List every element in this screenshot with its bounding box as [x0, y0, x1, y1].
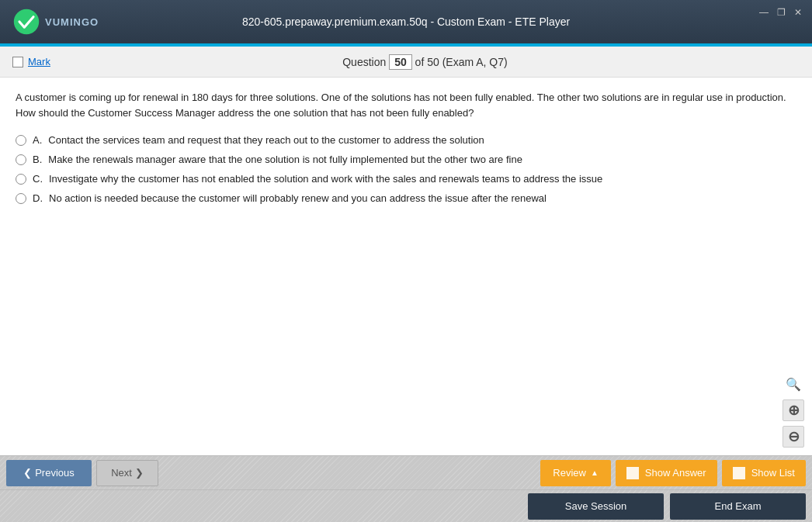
logo-text: VUMINGO — [45, 16, 99, 28]
show-answer-label: Show Answer — [645, 467, 706, 479]
main-content: A customer is coming up for renewal in 1… — [0, 78, 812, 455]
close-button[interactable]: ✕ — [792, 8, 804, 17]
option-d[interactable]: D. No action is needed because the custo… — [16, 192, 796, 204]
previous-label: Previous — [35, 467, 75, 479]
right-icons: 🔍 ⊕ ⊖ — [783, 373, 804, 448]
zoom-in-btn[interactable]: ⊕ — [783, 399, 804, 421]
question-number: 50 — [389, 54, 412, 70]
option-b[interactable]: B. Make the renewals manager aware that … — [16, 154, 796, 165]
option-b-radio[interactable] — [16, 154, 26, 165]
option-a[interactable]: A. Contact the services team and request… — [16, 134, 796, 146]
zoom-out-icon: ⊖ — [788, 428, 800, 445]
search-icon: 🔍 — [786, 377, 801, 392]
restore-button[interactable]: ❐ — [775, 8, 787, 17]
search-icon-btn[interactable]: 🔍 — [783, 373, 804, 395]
next-label: Next — [111, 467, 132, 479]
option-c-text: Investigate why the customer has not ena… — [49, 173, 796, 185]
save-session-button[interactable]: Save Session — [528, 493, 664, 520]
option-c-radio[interactable] — [16, 174, 26, 185]
vumingo-logo — [12, 8, 40, 36]
question-header: Mark Question 50 of 50 (Exam A, Q7) — [0, 47, 812, 78]
mark-label[interactable]: Mark — [28, 56, 50, 67]
option-a-text: Contact the services team and request th… — [48, 134, 796, 146]
review-button[interactable]: Review ▲ — [540, 460, 611, 486]
zoom-out-btn[interactable]: ⊖ — [783, 426, 804, 448]
svg-point-0 — [14, 9, 39, 34]
zoom-in-icon: ⊕ — [788, 402, 800, 419]
next-arrow-icon: ❯ — [135, 467, 144, 479]
save-session-label: Save Session — [565, 500, 627, 512]
show-answer-square-icon — [626, 467, 639, 479]
option-d-text: No action is needed because the customer… — [49, 192, 796, 204]
question-text: A customer is coming up for renewal in 1… — [16, 90, 796, 120]
bottom-nav: ❮ Previous Next ❯ Review ▲ Show Answer S… — [0, 455, 812, 489]
show-answer-button[interactable]: Show Answer — [616, 460, 717, 486]
options-list: A. Contact the services team and request… — [16, 134, 796, 204]
logo: VUMINGO — [12, 8, 99, 36]
review-chevron-icon: ▲ — [591, 468, 599, 477]
mark-checkbox[interactable] — [12, 57, 23, 67]
option-d-letter: D. — [33, 192, 43, 204]
option-a-radio[interactable] — [16, 135, 26, 146]
show-list-button[interactable]: Show List — [722, 460, 806, 486]
question-label: Question — [342, 56, 386, 68]
bottom-actions: Save Session End Exam — [0, 489, 812, 522]
end-exam-label: End Exam — [715, 500, 762, 512]
window-controls: — ❐ ✕ — [758, 8, 804, 17]
next-button[interactable]: Next ❯ — [96, 460, 158, 486]
show-list-square-icon — [733, 467, 745, 479]
option-d-radio[interactable] — [16, 193, 26, 204]
option-b-letter: B. — [33, 154, 42, 165]
minimize-button[interactable]: — — [758, 8, 770, 17]
window-title: 820-605.prepaway.premium.exam.50q - Cust… — [242, 16, 570, 28]
show-list-label: Show List — [751, 467, 795, 479]
review-label: Review — [553, 467, 586, 479]
option-c-letter: C. — [33, 173, 43, 185]
title-bar: VUMINGO 820-605.prepaway.premium.exam.50… — [0, 0, 812, 43]
prev-arrow-icon: ❮ — [23, 467, 32, 479]
question-info: Question 50 of 50 (Exam A, Q7) — [50, 54, 800, 70]
option-a-letter: A. — [33, 134, 42, 146]
previous-button[interactable]: ❮ Previous — [6, 460, 92, 486]
option-b-text: Make the renewals manager aware that the… — [48, 154, 796, 165]
option-c[interactable]: C. Investigate why the customer has not … — [16, 173, 796, 185]
question-total: of 50 (Exam A, Q7) — [415, 56, 508, 68]
mark-area: Mark — [12, 56, 50, 67]
end-exam-button[interactable]: End Exam — [670, 493, 806, 520]
